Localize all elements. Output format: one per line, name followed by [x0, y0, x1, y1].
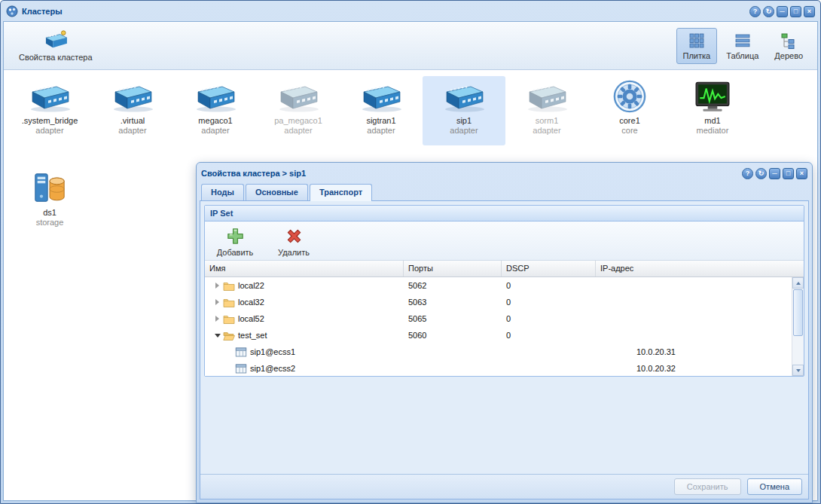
scroll-down-button[interactable]	[792, 365, 804, 376]
view-switcher: Плитка Таблица Дерево	[676, 28, 810, 64]
row-dscp: 0	[502, 331, 596, 340]
row-ports: 5063	[404, 298, 502, 307]
view-button-tiles[interactable]: Плитка	[676, 28, 718, 64]
delete-button[interactable]: Удалить	[274, 227, 313, 257]
window-maximize-button[interactable]: □	[790, 6, 801, 17]
window-titlebar[interactable]: Кластеры ?↻─□×	[3, 3, 818, 21]
cluster-name: ds1	[43, 208, 56, 218]
column-header-dscp[interactable]: DSCP	[502, 261, 596, 276]
cluster-properties-icon	[41, 29, 70, 50]
column-header-name[interactable]: Имя	[205, 261, 404, 276]
table-row-local32[interactable]: local32 5063 0	[205, 294, 792, 310]
add-button-label: Добавить	[217, 248, 254, 257]
window-help-button[interactable]: ?	[749, 6, 761, 17]
window-minimize-button[interactable]: ─	[777, 6, 788, 17]
cluster-type: adapter	[284, 126, 312, 136]
cluster-item-system_bridge[interactable]: .system_bridge adapter	[8, 76, 91, 145]
cluster-icon	[26, 79, 74, 114]
window-title: Кластеры	[22, 7, 63, 16]
scrollbar-thumb[interactable]	[793, 289, 803, 336]
tree-expander[interactable]	[224, 347, 234, 357]
ipset-panel-header: IP Set	[205, 206, 804, 221]
cluster-name: megaco1	[198, 116, 232, 126]
cluster-type: adapter	[450, 126, 478, 136]
row-name: local32	[238, 298, 264, 307]
cluster-icon	[274, 79, 322, 114]
view-icon	[734, 32, 751, 49]
dialog-help-button[interactable]: ?	[742, 168, 753, 179]
cluster-item-megaco1[interactable]: megaco1 adapter	[174, 76, 257, 145]
grid-scrollbar[interactable]	[792, 277, 804, 376]
column-header-ports[interactable]: Порты	[404, 261, 502, 276]
ipset-panel: IP Set Добавить Удалить ИмяПортыDSCPIP-а…	[204, 205, 804, 377]
cancel-button[interactable]: Отмена	[747, 478, 802, 495]
cluster-type: adapter	[367, 126, 395, 136]
dialog-controls: ?↻─□×	[742, 168, 807, 179]
column-header-ip[interactable]: IP-адрес	[596, 261, 804, 276]
cluster-type: core	[621, 126, 637, 136]
scroll-up-button[interactable]	[792, 277, 804, 289]
dialog-minimize-button[interactable]: ─	[769, 168, 780, 179]
row-icon	[235, 347, 247, 357]
cluster-name: core1	[619, 116, 640, 126]
view-button-tree[interactable]: Дерево	[768, 28, 810, 64]
cluster-name: md1	[704, 116, 720, 126]
tab-main[interactable]: Основные	[246, 184, 308, 200]
cluster-item-sorm1[interactable]: sorm1 adapter	[505, 76, 588, 145]
delete-button-label: Удалить	[278, 248, 310, 257]
row-ip: 10.0.20.32	[596, 364, 792, 373]
cluster-item-md1[interactable]: md1 mediator	[671, 76, 754, 145]
cluster-type: adapter	[201, 126, 229, 136]
cluster-item-core1[interactable]: core1 core	[588, 76, 671, 145]
cluster-item-virtual[interactable]: .virtual adapter	[91, 76, 174, 145]
dialog-footer-buttons: СохранитьОтмена	[674, 478, 802, 495]
tree-indent	[209, 352, 224, 353]
cluster-item-sigtran1[interactable]: sigtran1 adapter	[340, 76, 423, 145]
view-button-table[interactable]: Таблица	[719, 28, 765, 64]
table-row-sip1-ecss1[interactable]: sip1@ecss1 10.0.20.31	[205, 344, 792, 360]
cluster-item-pa_megaco1[interactable]: pa_megaco1 adapter	[257, 76, 340, 145]
row-name: sip1@ecss1	[250, 347, 295, 356]
window-close-button[interactable]: ×	[804, 6, 815, 17]
dialog-close-button[interactable]: ×	[796, 168, 807, 179]
row-name: local22	[238, 281, 264, 290]
view-icon	[688, 32, 705, 49]
table-row-local22[interactable]: local22 5062 0	[205, 277, 792, 294]
cluster-item-ds1[interactable]: ds1 storage	[8, 168, 91, 237]
table-row-sip1-ecss2[interactable]: sip1@ecss2 10.0.20.32	[205, 360, 792, 376]
table-row-local52[interactable]: local52 5065 0	[205, 310, 792, 327]
grid-body: local22 5062 0 local32 5063 0 local52 50…	[205, 277, 792, 376]
tab-transport[interactable]: Транспорт	[310, 184, 372, 201]
save-button[interactable]: Сохранить	[674, 478, 741, 495]
tree-expander[interactable]	[212, 298, 222, 307]
row-ports: 5065	[404, 314, 502, 323]
view-icon	[780, 32, 797, 49]
dialog-titlebar[interactable]: Свойства кластера > sip1 ?↻─□×	[200, 166, 809, 181]
row-name-cell: local52	[205, 314, 404, 324]
cluster-type: adapter	[533, 126, 560, 136]
add-button[interactable]: Добавить	[215, 227, 255, 257]
tab-nodes[interactable]: Ноды	[201, 184, 244, 200]
cluster-name: sigtran1	[366, 116, 395, 126]
tree-expander[interactable]	[212, 314, 222, 324]
tree-indent	[209, 368, 224, 369]
window-refresh-button[interactable]: ↻	[763, 6, 774, 17]
cluster-name: .system_bridge	[22, 116, 78, 126]
cluster-item-sip1[interactable]: sip1 adapter	[423, 76, 505, 145]
row-ports: 5060	[404, 331, 502, 340]
tree-expander[interactable]	[224, 364, 234, 374]
cluster-properties-button[interactable]: Свойства кластера	[11, 26, 100, 65]
cluster-properties-dialog: Свойства кластера > sip1 ?↻─□× НодыОснов…	[196, 162, 813, 503]
grid-body-wrap: local22 5062 0 local32 5063 0 local52 50…	[205, 277, 804, 376]
dialog-maximize-button[interactable]: □	[783, 168, 794, 179]
table-row-test_set[interactable]: test_set 5060 0	[205, 327, 792, 344]
row-ports: 5062	[404, 281, 502, 290]
row-name-cell: test_set	[205, 331, 404, 341]
delete-icon	[285, 227, 304, 246]
ipset-toolbar: Добавить Удалить	[205, 221, 804, 261]
row-name: test_set	[238, 331, 267, 340]
tree-expander[interactable]	[212, 331, 222, 341]
row-dscp: 0	[502, 281, 596, 290]
dialog-refresh-button[interactable]: ↻	[755, 168, 767, 179]
tree-expander[interactable]	[212, 281, 222, 291]
